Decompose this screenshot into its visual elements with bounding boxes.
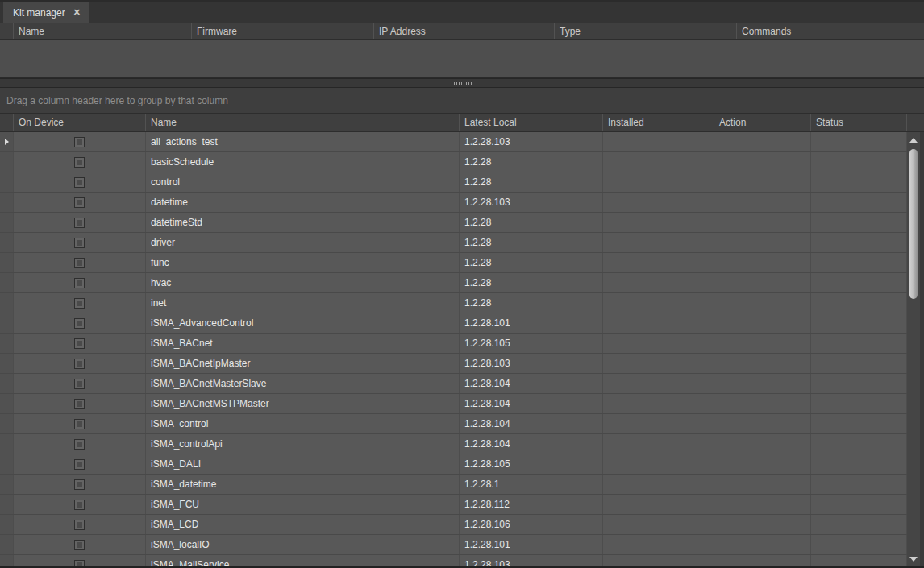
table-row[interactable]: basicSchedule 1.2.28 [0, 152, 907, 172]
close-icon[interactable]: ✕ [73, 8, 81, 17]
table-row[interactable]: iSMA_BACnet 1.2.28.105 [0, 334, 907, 354]
kit-name-cell: iSMA_DALI [146, 454, 460, 474]
installed-cell [603, 273, 714, 292]
on-device-cell [14, 334, 146, 353]
on-device-cell [14, 132, 146, 151]
installed-cell [603, 454, 714, 474]
horizontal-splitter[interactable] [0, 78, 924, 88]
kits-table-header: On Device Name Latest Local Installed Ac… [0, 114, 924, 132]
latest-local-cell: 1.2.28.105 [460, 334, 603, 353]
scroll-down-button[interactable] [907, 553, 920, 565]
status-cell [811, 132, 907, 151]
scroll-down-icon [909, 557, 918, 562]
device-column-type[interactable]: Type [555, 23, 737, 39]
row-indicator-cell [0, 454, 14, 474]
table-row[interactable]: datetimeStd 1.2.28 [0, 213, 907, 233]
on-device-checkbox[interactable] [74, 298, 85, 309]
latest-local-cell: 1.2.28.103 [460, 354, 603, 373]
on-device-checkbox[interactable] [74, 540, 85, 550]
kit-name-cell: iSMA_AdvancedControl [146, 313, 460, 333]
on-device-checkbox[interactable] [74, 399, 85, 409]
on-device-checkbox[interactable] [74, 419, 85, 429]
on-device-checkbox[interactable] [74, 359, 85, 369]
latest-local-cell: 1.2.28 [460, 293, 603, 313]
installed-cell [603, 293, 714, 313]
table-row[interactable]: iSMA_controlApi 1.2.28.104 [0, 434, 907, 454]
on-device-checkbox[interactable] [74, 459, 85, 470]
kits-column-name[interactable]: Name [146, 114, 460, 131]
device-column-firmware[interactable]: Firmware [192, 23, 374, 39]
row-indicator-cell [0, 172, 14, 192]
table-row[interactable]: iSMA_datetime 1.2.28.1 [0, 475, 907, 495]
table-row[interactable]: iSMA_control 1.2.28.104 [0, 414, 907, 434]
installed-cell [603, 213, 714, 232]
device-column-ip-address[interactable]: IP Address [374, 23, 555, 39]
table-row[interactable]: iSMA_BACnetIpMaster 1.2.28.103 [0, 354, 907, 374]
kits-column-action[interactable]: Action [714, 114, 811, 131]
table-row[interactable]: iSMA_LCD 1.2.28.106 [0, 515, 907, 535]
on-device-checkbox[interactable] [74, 318, 85, 329]
kits-column-installed[interactable]: Installed [603, 114, 714, 131]
row-indicator-cell [0, 394, 14, 413]
kits-column-status[interactable]: Status [811, 114, 907, 131]
on-device-checkbox[interactable] [74, 177, 85, 188]
table-row[interactable]: control 1.2.28 [0, 172, 907, 193]
on-device-checkbox[interactable] [74, 157, 85, 168]
table-row[interactable]: iSMA_DALI 1.2.28.105 [0, 454, 907, 475]
on-device-checkbox[interactable] [74, 137, 85, 147]
installed-cell [603, 334, 714, 353]
kits-table-body: all_actions_test 1.2.28.103 basicSchedul… [0, 132, 924, 568]
table-row[interactable]: iSMA_BACnetMasterSlave 1.2.28.104 [0, 374, 907, 394]
group-by-panel[interactable]: Drag a column header here to group by th… [0, 88, 924, 114]
table-row[interactable]: all_actions_test 1.2.28.103 [0, 132, 907, 152]
device-column-name[interactable]: Name [14, 23, 192, 39]
on-device-checkbox[interactable] [74, 278, 85, 288]
kits-column-latest-local[interactable]: Latest Local [460, 114, 603, 131]
row-indicator-cell [0, 253, 14, 272]
on-device-checkbox[interactable] [74, 479, 85, 490]
latest-local-cell: 1.2.28 [460, 253, 603, 272]
scroll-up-button[interactable] [907, 134, 920, 146]
table-row[interactable]: iSMA_AdvancedControl 1.2.28.101 [0, 313, 907, 334]
on-device-checkbox[interactable] [74, 338, 85, 349]
table-row[interactable]: iSMA_BACnetMSTPMaster 1.2.28.104 [0, 394, 907, 414]
table-row[interactable]: func 1.2.28 [0, 253, 907, 273]
on-device-checkbox[interactable] [74, 520, 85, 530]
tab-kit-manager[interactable]: Kit manager ✕ [3, 2, 89, 23]
status-cell [811, 152, 907, 172]
table-row[interactable]: driver 1.2.28 [0, 233, 907, 253]
kit-name-cell: iSMA_datetime [146, 475, 460, 494]
action-cell [714, 293, 811, 313]
row-indicator-cell [0, 374, 14, 393]
installed-cell [603, 394, 714, 413]
status-cell [811, 273, 907, 292]
on-device-checkbox[interactable] [74, 258, 85, 268]
table-row[interactable]: iSMA_FCU 1.2.28.112 [0, 495, 907, 515]
status-cell [811, 495, 907, 514]
device-column-commands[interactable]: Commands [737, 23, 924, 39]
latest-local-cell: 1.2.28.112 [460, 495, 603, 514]
on-device-checkbox[interactable] [74, 218, 85, 228]
on-device-checkbox[interactable] [74, 439, 85, 450]
on-device-cell [14, 475, 146, 494]
tab-title: Kit manager [13, 7, 65, 19]
installed-cell [603, 193, 714, 212]
on-device-checkbox[interactable] [74, 197, 85, 208]
latest-local-cell: 1.2.28.104 [460, 434, 603, 454]
on-device-checkbox[interactable] [74, 500, 85, 510]
installed-cell [603, 132, 714, 151]
on-device-checkbox[interactable] [74, 379, 85, 389]
on-device-cell [14, 193, 146, 212]
kit-name-cell: inet [146, 293, 460, 313]
table-row[interactable]: hvac 1.2.28 [0, 273, 907, 293]
kits-column-on-device[interactable]: On Device [14, 114, 146, 131]
table-row[interactable]: iSMA_localIO 1.2.28.101 [0, 535, 907, 555]
vertical-scrollbar[interactable] [907, 132, 920, 568]
status-cell [811, 515, 907, 534]
current-row-arrow-icon [5, 139, 9, 145]
action-cell [714, 152, 811, 172]
on-device-checkbox[interactable] [74, 238, 85, 248]
table-row[interactable]: inet 1.2.28 [0, 293, 907, 313]
scrollbar-thumb[interactable] [909, 149, 918, 299]
table-row[interactable]: datetime 1.2.28.103 [0, 193, 907, 213]
